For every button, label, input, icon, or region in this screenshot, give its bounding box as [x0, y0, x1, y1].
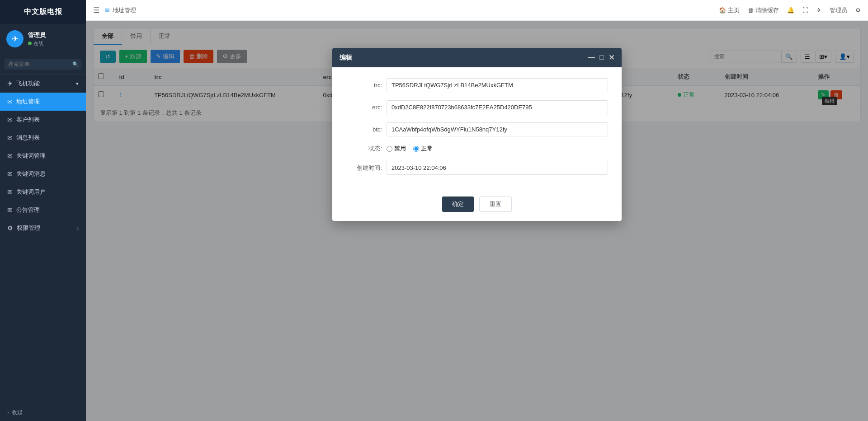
- sidebar-collapse[interactable]: ‹ 收起: [0, 404, 86, 421]
- modal-body: trc: erc: btc: 状态:: [332, 67, 622, 190]
- btc-label: btc:: [346, 126, 382, 133]
- breadcrumb: ✉ 地址管理: [105, 6, 136, 14]
- radio-banned[interactable]: [387, 146, 392, 152]
- topbar-right: 🏠 主页 🗑 清除缓存 🔔 ⛶ ✈ 管理员 ⚙: [719, 6, 861, 14]
- btc-input[interactable]: [387, 122, 608, 136]
- clients-icon: ✉: [7, 116, 13, 123]
- content-area: 全部 禁用 正常 ↺ + 添加 ✎ 编辑 🗑 删除 ⚙ 更多 🔍 ☰ ⊞▾ 👤▾: [86, 21, 868, 421]
- modal-actions: — □ ✕: [588, 53, 614, 62]
- modal-maximize-button[interactable]: □: [599, 53, 604, 62]
- collapse-icon: ‹: [7, 410, 9, 416]
- notification-icon[interactable]: 🔔: [787, 7, 794, 14]
- modal-title: 编辑: [340, 54, 352, 62]
- sidebar-item-keyword-user[interactable]: ✉ 关键词用户: [0, 183, 86, 201]
- edit-modal: 编辑 — □ ✕ trc: erc:: [332, 48, 622, 221]
- main-area: ☰ ✉ 地址管理 🏠 主页 🗑 清除缓存 🔔 ⛶ ✈ 管理员 ⚙ 全部 禁用 正…: [86, 0, 868, 421]
- modal-header: 编辑 — □ ✕: [332, 48, 622, 67]
- modal-close-button[interactable]: ✕: [609, 53, 614, 62]
- time-input[interactable]: [387, 161, 608, 175]
- telegram-icon[interactable]: ✈: [816, 7, 821, 14]
- keyword-user-icon: ✉: [7, 188, 13, 196]
- status-radio-banned[interactable]: 禁用: [387, 145, 406, 153]
- status-radio-normal[interactable]: 正常: [413, 145, 433, 153]
- messages-icon: ✉: [7, 134, 13, 141]
- menu-toggle-icon[interactable]: ☰: [93, 6, 99, 14]
- home-link[interactable]: 🏠 主页: [719, 6, 740, 14]
- sidebar-item-keyword-msg[interactable]: ✉ 关键词消息: [0, 165, 86, 183]
- user-info: ✈ 管理员 在线: [0, 24, 86, 54]
- settings-icon[interactable]: ⚙: [855, 7, 861, 14]
- keyword-mgmt-icon: ✉: [7, 152, 13, 159]
- time-label: 创建时间:: [346, 164, 382, 172]
- breadcrumb-text: 地址管理: [113, 6, 136, 14]
- admin-user[interactable]: 管理员: [830, 6, 847, 14]
- form-row-status: 状态: 禁用 正常: [346, 145, 608, 153]
- trc-label: trc:: [346, 82, 382, 89]
- sidebar-item-flight[interactable]: ✈ 飞机功能 ▾: [0, 75, 86, 93]
- fullscreen-icon[interactable]: ⛶: [802, 7, 808, 14]
- chevron-right-icon: ›: [77, 225, 79, 231]
- sidebar: 中文版电报 ✈ 管理员 在线 ✈ 飞机功能 ▾ ✉ 地址管理 ✉ 客户列表: [0, 0, 86, 421]
- chevron-down-icon: ▾: [76, 81, 79, 87]
- breadcrumb-icon: ✉: [105, 7, 110, 14]
- trc-input[interactable]: [387, 78, 608, 92]
- reset-button[interactable]: 重置: [479, 196, 512, 212]
- radio-normal[interactable]: [413, 146, 419, 152]
- user-name: 管理员: [28, 31, 46, 39]
- form-row-btc: btc:: [346, 122, 608, 136]
- modal-footer: 确定 重置: [332, 190, 622, 221]
- sidebar-search-input[interactable]: [5, 59, 81, 70]
- announcement-icon: ✉: [7, 206, 13, 214]
- form-row-erc: erc:: [346, 100, 608, 114]
- sidebar-nav: ✈ 飞机功能 ▾ ✉ 地址管理 ✉ 客户列表 ✉ 消息列表 ✉ 关键词管理 ✉ …: [0, 75, 86, 404]
- sidebar-item-announcement[interactable]: ✉ 公告管理: [0, 201, 86, 219]
- user-status: 在线: [28, 40, 46, 47]
- sidebar-item-messages[interactable]: ✉ 消息列表: [0, 129, 86, 147]
- topbar: ☰ ✉ 地址管理 🏠 主页 🗑 清除缓存 🔔 ⛶ ✈ 管理员 ⚙: [86, 0, 868, 21]
- erc-input[interactable]: [387, 100, 608, 114]
- sidebar-item-permission[interactable]: ⚙ 权限管理 ›: [0, 219, 86, 237]
- sidebar-search-wrap: [5, 59, 81, 70]
- sidebar-item-clients[interactable]: ✉ 客户列表: [0, 111, 86, 129]
- modal-minimize-button[interactable]: —: [588, 53, 595, 62]
- address-icon: ✉: [7, 98, 13, 105]
- avatar: ✈: [6, 30, 24, 47]
- form-row-trc: trc:: [346, 78, 608, 92]
- search-box-wrap: [0, 54, 86, 75]
- keyword-msg-icon: ✉: [7, 170, 13, 178]
- flight-icon: ✈: [7, 80, 13, 87]
- form-row-time: 创建时间:: [346, 161, 608, 175]
- status-dot: [28, 42, 32, 45]
- status-label: 状态:: [346, 145, 382, 153]
- confirm-button[interactable]: 确定: [442, 196, 474, 212]
- sidebar-item-address[interactable]: ✉ 地址管理: [0, 93, 86, 111]
- admin-label: 管理员: [830, 6, 847, 14]
- permission-icon: ⚙: [7, 225, 13, 232]
- modal-overlay: 编辑 — □ ✕ trc: erc:: [86, 21, 868, 421]
- clear-cache-button[interactable]: 🗑 清除缓存: [748, 6, 779, 14]
- app-title: 中文版电报: [0, 0, 86, 24]
- status-radio-group: 禁用 正常: [387, 145, 433, 153]
- sidebar-item-keyword-mgmt[interactable]: ✉ 关键词管理: [0, 147, 86, 165]
- erc-label: erc:: [346, 104, 382, 111]
